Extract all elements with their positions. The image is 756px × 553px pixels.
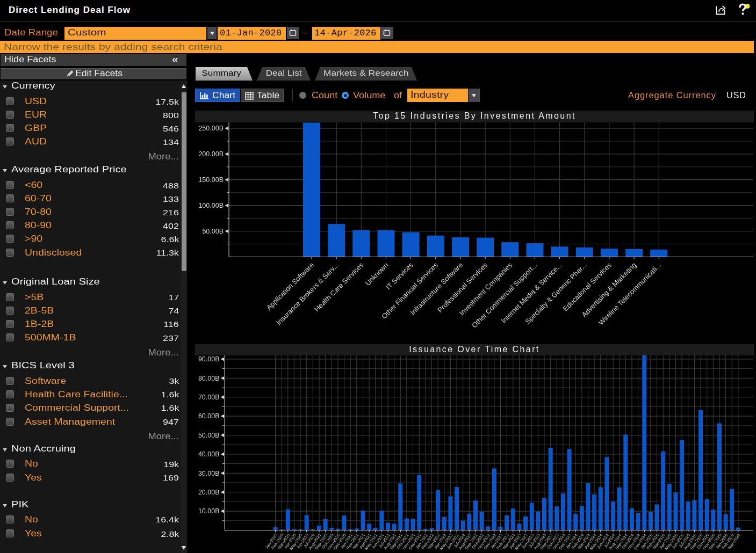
svg-text:80.00B: 80.00B	[198, 375, 220, 382]
svg-text:70.00B: 70.00B	[198, 394, 220, 401]
svg-text:20.00B: 20.00B	[198, 489, 220, 496]
svg-text:50.00B: 50.00B	[198, 432, 220, 439]
svg-text:40.00B: 40.00B	[198, 450, 220, 458]
svg-text:30.00B: 30.00B	[198, 470, 220, 477]
svg-text:90.00B: 90.00B	[198, 355, 220, 363]
svg-text:10.00B: 10.00B	[198, 507, 220, 515]
svg-text:60.00B: 60.00B	[198, 412, 220, 420]
